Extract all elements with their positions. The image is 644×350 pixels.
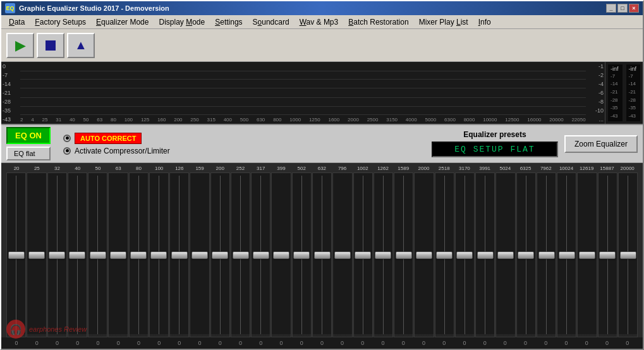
activate-compressor-radio[interactable]	[63, 147, 71, 155]
eq-slider-handle[interactable]	[253, 251, 269, 259]
eq-slider-handle[interactable]	[518, 251, 534, 259]
eq-on-button[interactable]: EQ ON	[6, 127, 51, 144]
eq-slider-handle[interactable]	[130, 251, 147, 259]
menu-bar: Data Factory Setups Equalizer Mode Displ…	[1, 15, 643, 29]
watermark-text: earphones Review	[29, 325, 87, 333]
menu-display-mode[interactable]: Display Mode	[154, 16, 210, 28]
eject-button[interactable]: ▲	[67, 33, 95, 58]
eq-slider-handle[interactable]	[273, 251, 289, 259]
eq-bottom-value: 0	[454, 340, 475, 346]
vu-meter-area: 0 -7 -14 -21 -28 -35 -43 2 4	[1, 62, 643, 125]
menu-mixer-play-list[interactable]: Mixer Play List	[414, 16, 473, 28]
eq-freq-label: 252	[230, 166, 250, 171]
menu-batch-restoration[interactable]: Batch Restoration	[343, 16, 413, 28]
eq-bottom-value: 0	[576, 340, 597, 346]
window-title: Graphic Equalizer Studio 2017 - Demovers…	[19, 4, 606, 12]
menu-info[interactable]: Info	[473, 16, 496, 28]
eq-slider-handle[interactable]	[150, 251, 167, 259]
eq-slider-handle[interactable]	[559, 251, 575, 259]
eq-freq-label: 1262	[373, 166, 393, 171]
eq-bottom-value: 0	[373, 340, 393, 346]
eq-presets-section: Equalizer presets EQ SETUP FLAT	[432, 130, 558, 157]
activate-compressor-label: Activate Compressor/Limiter	[75, 147, 170, 155]
eq-slider-handle[interactable]	[49, 251, 65, 259]
eq-slider-track	[293, 176, 311, 334]
eq-band	[68, 172, 87, 337]
eq-bottom-value: 0	[149, 340, 169, 346]
eq-bottom-value: 0	[108, 340, 128, 346]
eq-slider-handle[interactable]	[620, 251, 636, 259]
eq-band	[353, 172, 373, 337]
eq-band	[475, 172, 495, 337]
eq-slider-handle[interactable]	[355, 251, 371, 259]
eq-slider-handle[interactable]	[436, 251, 453, 259]
play-button[interactable]: ▶	[6, 33, 34, 58]
eq-freq-label: 5024	[495, 166, 515, 171]
eq-slider-track	[557, 176, 576, 334]
eq-freq-labels-row: 2025324050638010012615920025231739950263…	[5, 166, 639, 171]
menu-soundcard[interactable]: Soundcard	[248, 16, 295, 28]
eq-slider-handle[interactable]	[579, 251, 595, 259]
menu-factory-setups[interactable]: Factory Setups	[30, 16, 91, 28]
eq-preset-display[interactable]: EQ SETUP FLAT	[432, 142, 558, 157]
zoom-equalizer-button[interactable]: Zoom Equalizer	[564, 135, 638, 153]
eq-slider-handle[interactable]	[212, 251, 228, 259]
eq-slider-track	[313, 176, 331, 334]
eq-bottom-value: 0	[251, 340, 271, 346]
eq-slider-handle[interactable]	[396, 251, 412, 259]
eq-slider-handle[interactable]	[599, 251, 616, 259]
eq-slider-handle[interactable]	[8, 251, 25, 259]
eq-band	[394, 172, 413, 337]
eq-freq-label: 50	[88, 166, 108, 171]
zoom-container: Zoom Equalizer	[564, 135, 638, 153]
eq-slider-handle[interactable]	[477, 251, 494, 259]
eq-band	[129, 172, 149, 337]
eq-band	[435, 172, 454, 337]
eq-slider-handle[interactable]	[171, 251, 188, 259]
menu-wav-mp3[interactable]: Wav & Mp3	[295, 16, 344, 28]
minimize-button[interactable]: _	[606, 4, 616, 13]
eq-bottom-value: 0	[617, 340, 638, 346]
eq-freq-label: 20	[6, 166, 27, 171]
eq-freq-label: 3991	[475, 166, 495, 171]
eq-slider-handle[interactable]	[538, 251, 555, 259]
eq-slider-handle[interactable]	[334, 251, 351, 259]
eq-slider-handle[interactable]	[497, 251, 514, 259]
eq-freq-label: 20000	[617, 166, 638, 171]
eq-bottom-value: 0	[332, 340, 353, 346]
eq-slider-handle[interactable]	[191, 251, 208, 259]
menu-equalizer-mode[interactable]: Equalizer Mode	[91, 16, 154, 28]
eq-slider-handle[interactable]	[28, 251, 45, 259]
eq-slider-handle[interactable]	[69, 251, 85, 259]
eq-slider-handle[interactable]	[233, 251, 249, 259]
maximize-button[interactable]: □	[617, 4, 628, 13]
menu-settings[interactable]: Settings	[210, 16, 247, 28]
eq-slider-handle[interactable]	[314, 251, 331, 259]
eq-slider-track	[619, 176, 637, 334]
auto-correct-radio[interactable]	[63, 135, 71, 142]
stop-button[interactable]	[37, 33, 64, 58]
auto-correct-button[interactable]: AUTO CORRECT	[75, 133, 142, 144]
eq-band	[598, 172, 617, 337]
eq-slider-track	[272, 176, 290, 334]
eq-freq-label: 502	[291, 166, 312, 171]
eq-controls-mid: AUTO CORRECT Activate Compressor/Limiter	[57, 133, 425, 155]
eq-slider-track	[130, 176, 148, 334]
eq-slider-handle[interactable]	[375, 251, 391, 259]
eq-slider-track	[252, 176, 270, 334]
menu-data[interactable]: Data	[4, 16, 30, 28]
eq-slider-handle[interactable]	[90, 251, 106, 259]
eq-slider-track	[598, 176, 617, 334]
eq-band	[251, 172, 270, 337]
close-button[interactable]: ×	[629, 4, 639, 13]
eq-slider-handle[interactable]	[416, 251, 432, 259]
eq-slider-track	[170, 176, 188, 334]
eq-slider-handle[interactable]	[110, 251, 126, 259]
eq-controls-left: EQ ON EQ flat	[6, 127, 51, 160]
eq-flat-button[interactable]: EQ flat	[6, 147, 51, 160]
eq-slider-handle[interactable]	[293, 251, 310, 259]
eq-slider-track	[435, 176, 454, 334]
eq-slider-handle[interactable]	[456, 251, 473, 259]
eq-bottom-value: 0	[515, 340, 535, 346]
eq-bottom-value: 0	[597, 340, 617, 346]
